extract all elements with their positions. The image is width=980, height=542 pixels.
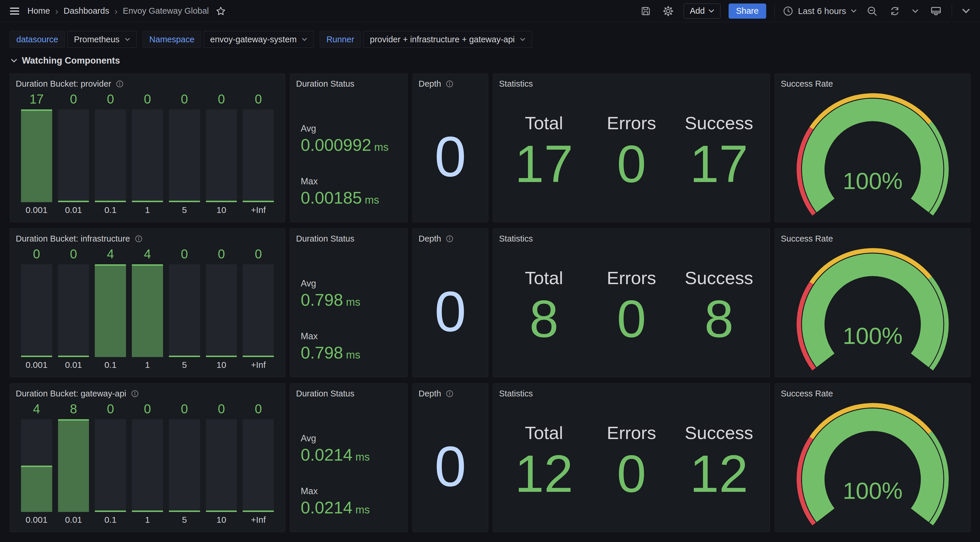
refresh-icon: [889, 6, 900, 17]
panel-header[interactable]: Success Rate: [775, 384, 970, 400]
hamburger-menu-button[interactable]: [8, 4, 21, 18]
bar-category-label: 0.01: [58, 357, 89, 370]
success-rate-gauge: 100%: [775, 245, 970, 377]
unit-label: ms: [346, 296, 360, 308]
panel-header[interactable]: Depth: [413, 384, 488, 400]
bar-fill: [132, 264, 163, 357]
dashboard-variables: datasource Prometheus Namespace envoy-ga…: [10, 31, 970, 48]
panel-header[interactable]: Success Rate: [775, 229, 970, 245]
panel-header[interactable]: Duration Status: [290, 229, 407, 245]
chevron-down-icon: [962, 8, 970, 13]
stat-label: Success: [685, 269, 753, 287]
bar-column: 05: [169, 246, 200, 370]
zoom-out-time-button[interactable]: [865, 4, 880, 18]
duration-stats: Avg 0.798ms Max 0.798ms: [290, 245, 407, 377]
dashboard-content: datasource Prometheus Namespace envoy-ga…: [0, 22, 980, 532]
stat-label: Success: [685, 114, 753, 132]
share-button[interactable]: Share: [729, 3, 766, 19]
info-icon[interactable]: [116, 80, 124, 88]
panel-header[interactable]: Duration Bucket: provider: [10, 74, 285, 91]
max-value: 0.00185: [301, 188, 362, 207]
panel-title: Statistics: [499, 79, 533, 89]
dashboard-settings-button[interactable]: [661, 4, 676, 18]
bar-track: [206, 264, 237, 357]
stat-label: Max: [301, 486, 402, 496]
panel-header[interactable]: Statistics: [493, 384, 770, 400]
panel-title: Success Rate: [781, 389, 833, 399]
stat-value: 0: [617, 446, 646, 501]
topbar-actions: Add Share Last 6 hours: [639, 3, 972, 19]
panel-title: Statistics: [499, 234, 533, 244]
avg-stat: Avg 0.798ms: [301, 278, 402, 309]
stat-value: 17: [515, 136, 573, 191]
breadcrumb-dashboards[interactable]: Dashboards: [64, 6, 109, 16]
refresh-interval-dropdown[interactable]: [910, 7, 920, 15]
bar-column: 010: [206, 401, 237, 525]
bar-track: [169, 264, 200, 357]
bar-track: [206, 109, 237, 202]
avg-value: 0.798: [301, 290, 343, 309]
bar-category-label: 5: [169, 512, 200, 525]
variable-label: datasource: [10, 31, 65, 48]
favorite-star-button[interactable]: [214, 4, 228, 18]
bar-fill: [95, 510, 126, 512]
panel-header[interactable]: Statistics: [493, 74, 770, 91]
panel-header[interactable]: Duration Status: [290, 384, 407, 400]
panel-row: Duration Bucket: gateway-api 40.00180.01…: [10, 383, 970, 532]
namespace-picker[interactable]: envoy-gateway-system: [204, 31, 314, 48]
panel-header[interactable]: Depth: [413, 229, 488, 245]
save-dashboard-button[interactable]: [639, 4, 653, 18]
datasource-picker[interactable]: Prometheus: [67, 31, 137, 48]
panel-header[interactable]: Duration Bucket: infrastructure: [10, 229, 285, 245]
panel-title: Success Rate: [781, 79, 833, 89]
panel-title: Duration Status: [296, 234, 355, 244]
bar-value-label: 0: [58, 91, 89, 107]
breadcrumb-current: Envoy Gateway Global: [123, 6, 209, 16]
panel-title: Success Rate: [781, 234, 833, 244]
tv-mode-button[interactable]: [928, 3, 943, 19]
bar-category-label: +Inf: [243, 202, 274, 215]
row-header-watching-components[interactable]: Watching Components: [11, 56, 970, 66]
stat-label: Errors: [607, 114, 656, 132]
stat-value: 8: [530, 291, 558, 346]
gauge-svg: 100%: [781, 92, 964, 218]
statistics-values: Total 17 Errors 0 Success 17: [493, 91, 770, 222]
panel-depth: Depth 0: [412, 73, 488, 222]
runner-picker[interactable]: provider + infrastructure + gateway-api: [363, 31, 532, 48]
depth-value: 0: [434, 128, 466, 185]
breadcrumb-home[interactable]: Home: [27, 6, 50, 16]
panel-header[interactable]: Statistics: [493, 229, 770, 245]
info-icon[interactable]: [135, 235, 143, 243]
panel-header[interactable]: Success Rate: [775, 74, 970, 91]
refresh-button[interactable]: [888, 4, 902, 18]
stat-success: Success 8: [675, 269, 763, 377]
info-icon[interactable]: [445, 80, 453, 88]
bar-fill: [58, 355, 89, 357]
panel-row: Duration Bucket: infrastructure 00.00100…: [10, 228, 970, 377]
bar-gauge-chart: 00.00100.0140.141050100+Inf: [10, 245, 285, 377]
panel-header[interactable]: Depth: [413, 74, 488, 91]
bar-fill: [169, 355, 200, 357]
panel-header[interactable]: Duration Bucket: gateway-api: [10, 384, 285, 400]
panel-header[interactable]: Duration Status: [290, 74, 407, 91]
info-icon[interactable]: [445, 390, 453, 398]
add-button[interactable]: Add: [684, 3, 721, 19]
variable-value: provider + infrastructure + gateway-api: [370, 35, 514, 44]
info-icon[interactable]: [131, 390, 139, 398]
info-icon[interactable]: [445, 235, 453, 243]
bar-track: [21, 419, 52, 512]
bar-gauge-chart: 40.00180.0100.101050100+Inf: [10, 400, 285, 532]
time-range-picker[interactable]: Last 6 hours: [783, 6, 857, 16]
bar-fill: [58, 201, 89, 202]
stat-total: Total 12: [500, 424, 588, 532]
bar-value-label: 0: [95, 401, 126, 417]
depth-value: 0: [434, 438, 466, 495]
collapse-toolbar-button[interactable]: [960, 7, 972, 15]
duration-stats: Avg 0.000992ms Max 0.00185ms: [290, 91, 407, 222]
bar-value-label: 0: [21, 246, 52, 262]
bar-column: 41: [132, 246, 163, 370]
stat-label: Avg: [301, 278, 402, 289]
bar-category-label: +Inf: [243, 512, 274, 525]
breadcrumb-separator: ›: [55, 6, 58, 16]
unit-label: ms: [374, 141, 388, 153]
